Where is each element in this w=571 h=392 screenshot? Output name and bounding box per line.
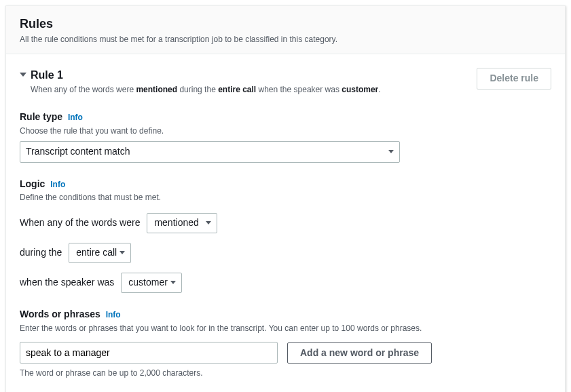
chevron-down-icon bbox=[388, 150, 394, 153]
mentioned-select[interactable]: mentioned bbox=[147, 213, 217, 233]
words-hint: Enter the words or phrases that you want… bbox=[20, 323, 551, 334]
chevron-down-icon bbox=[206, 221, 211, 224]
words-section: Words or phrases Info Enter the words or… bbox=[20, 308, 551, 379]
rule-summary-text: when the speaker was bbox=[256, 85, 342, 94]
logic-text: when the speaker was bbox=[20, 276, 114, 290]
rule-summary-entire-call: entire call bbox=[218, 85, 256, 94]
rule-title-wrap[interactable]: Rule 1 When any of the words were mentio… bbox=[20, 68, 381, 96]
mentioned-value: mentioned bbox=[154, 216, 198, 230]
panel-body: Rule 1 When any of the words were mentio… bbox=[6, 54, 565, 392]
speaker-select[interactable]: customer bbox=[121, 273, 182, 293]
logic-hint: Define the conditions that must be met. bbox=[20, 192, 551, 203]
rule-summary-customer: customer bbox=[342, 85, 378, 94]
rule-summary-text: . bbox=[378, 85, 380, 94]
rule-header: Rule 1 When any of the words were mentio… bbox=[20, 68, 551, 96]
rule-type-label: Rule type bbox=[20, 111, 62, 122]
during-value: entire call bbox=[76, 246, 117, 260]
panel-header: Rules All the rule conditions must be me… bbox=[6, 6, 565, 54]
rule-type-section: Rule type Info Choose the rule that you … bbox=[20, 111, 551, 162]
rule-summary-mentioned: mentioned bbox=[136, 85, 177, 94]
collapse-caret-icon[interactable] bbox=[20, 73, 26, 77]
logic-line-mentioned: When any of the words were mentioned bbox=[20, 213, 551, 233]
words-input-row: Add a new word or phrase bbox=[20, 342, 551, 364]
logic-text: When any of the words were bbox=[20, 216, 140, 230]
speaker-value: customer bbox=[128, 276, 168, 290]
rule-type-hint: Choose the rule that you want to define. bbox=[20, 125, 551, 137]
rule-type-info-link[interactable]: Info bbox=[68, 113, 83, 122]
logic-label: Logic bbox=[20, 178, 45, 189]
add-word-button[interactable]: Add a new word or phrase bbox=[287, 342, 432, 364]
logic-text: during the bbox=[20, 246, 62, 260]
logic-info-link[interactable]: Info bbox=[50, 180, 65, 189]
logic-line-during: during the entire call bbox=[20, 243, 551, 263]
chevron-down-icon bbox=[119, 251, 125, 254]
delete-rule-button[interactable]: Delete rule bbox=[477, 68, 551, 90]
rules-panel: Rules All the rule conditions must be me… bbox=[5, 5, 566, 392]
rule-title: Rule 1 bbox=[31, 68, 381, 83]
rule-summary-text: during the bbox=[177, 85, 218, 94]
rule-type-value: Transcript content match bbox=[26, 145, 130, 159]
words-footnote: The word or phrase can be up to 2,000 ch… bbox=[20, 368, 551, 379]
words-info-link[interactable]: Info bbox=[106, 310, 121, 319]
rule-type-select[interactable]: Transcript content match bbox=[20, 141, 400, 163]
logic-line-speaker: when the speaker was customer bbox=[20, 273, 551, 293]
word-phrase-input[interactable] bbox=[20, 342, 278, 364]
during-select[interactable]: entire call bbox=[69, 243, 131, 263]
rule-summary-text: When any of the words were bbox=[31, 85, 136, 94]
panel-title: Rules bbox=[20, 16, 551, 33]
words-label: Words or phrases bbox=[20, 309, 100, 319]
chevron-down-icon bbox=[170, 281, 176, 284]
rule-summary: When any of the words were mentioned dur… bbox=[31, 84, 381, 96]
logic-section: Logic Info Define the conditions that mu… bbox=[20, 178, 551, 293]
panel-description: All the rule conditions must be met for … bbox=[20, 34, 551, 45]
